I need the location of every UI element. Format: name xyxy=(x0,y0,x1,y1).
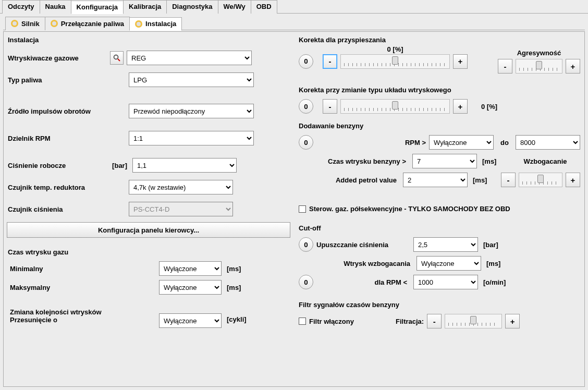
fuel-type-select[interactable]: LPG xyxy=(129,72,254,87)
label-gas-max: Maksymalny xyxy=(10,284,156,291)
accel-reset-button[interactable]: 0 xyxy=(299,54,313,69)
unit-ms: [ms] xyxy=(484,260,511,267)
magnifier-icon xyxy=(113,54,120,62)
injsys-reset-button[interactable]: 0 xyxy=(299,99,313,114)
tabs-main: Odczyty Nauka Konfiguracja Kalibracja Di… xyxy=(0,0,588,14)
injsys-plus-button[interactable]: + xyxy=(453,99,468,114)
cutoff-reset1-button[interactable]: 0 xyxy=(299,237,313,252)
label-to: do xyxy=(497,139,512,147)
unit-bar: [bar] xyxy=(102,162,129,169)
label-filtration: Filtracja: xyxy=(396,318,424,325)
label-rpm-gt: RPM > xyxy=(405,139,426,147)
svg-line-1 xyxy=(118,59,120,61)
label-pressure-sensor: Czujnik ciśnienia xyxy=(8,205,126,213)
section-gas-time: Czas wtrysku gazu xyxy=(8,247,289,259)
label-temp-sensor: Czujnik temp. reduktora xyxy=(8,184,126,191)
rpm-gt-select[interactable]: Wyłączone xyxy=(429,135,494,150)
enrich-slider[interactable] xyxy=(519,173,562,187)
unit-ms: [ms] xyxy=(225,284,252,291)
unit-bar: [bar] xyxy=(481,241,508,249)
injsys-minus-button[interactable]: - xyxy=(323,99,337,114)
accel-minus-button[interactable]: - xyxy=(323,54,337,69)
rpm-div-select[interactable]: 1:1 xyxy=(129,131,254,145)
label-cutoff-rpm: dla RPM < xyxy=(316,278,410,286)
injectors-select[interactable]: REG xyxy=(127,51,252,65)
label-rpm-div: Dzielnik RPM xyxy=(8,135,126,142)
tab-diagnostyka[interactable]: Diagnostyka xyxy=(166,0,218,14)
label-filter-on: Filtr włączony xyxy=(309,318,393,325)
addfuel-reset-button[interactable]: 0 xyxy=(299,135,313,150)
search-injectors-button[interactable] xyxy=(110,51,124,65)
label-enrich: Wzbogacanie xyxy=(510,157,580,165)
temp-sensor-select[interactable]: 4,7k (w zestawie) xyxy=(129,180,233,194)
aggr-plus-button[interactable]: + xyxy=(566,59,580,74)
added-petrol-select[interactable]: 2 xyxy=(403,173,468,187)
tab-nauka[interactable]: Nauka xyxy=(40,0,71,14)
petrol-time-select[interactable]: 7 xyxy=(412,154,477,168)
gear-icon xyxy=(135,20,142,28)
unit-omin: [o/min] xyxy=(481,278,518,286)
label-added-petrol: Added petrol value xyxy=(299,176,400,184)
left-column: Instalacja Wtryskiwacze gazowe REG Typ p… xyxy=(6,35,291,386)
injsys-value: 0 [%] xyxy=(481,103,497,111)
seq-shift-select[interactable]: Wyłączone xyxy=(159,313,222,328)
label-petrol-time: Czas wtrysku benzyny > xyxy=(299,157,409,165)
driver-panel-config-button[interactable]: Konfiguracja panelu kierowcy... xyxy=(7,222,290,238)
cutoff-drop-select[interactable]: 2,5 xyxy=(413,237,478,252)
label-seq-shift: Przesunięcie o xyxy=(10,316,156,324)
subtab-instalacja[interactable]: Instalacja xyxy=(129,17,182,31)
label-rpm-source: Źródło impulsów obrotów xyxy=(8,107,126,115)
filter-plus-button[interactable]: + xyxy=(505,314,520,328)
label-injectors: Wtryskiwacze gazowe xyxy=(8,54,107,62)
rpm-to-select[interactable]: 8000 xyxy=(516,135,580,150)
label-fuel-type: Typ paliwa xyxy=(8,76,126,84)
section-instalacja: Instalacja xyxy=(6,35,291,47)
section-addfuel: Dodawanie benzyny xyxy=(297,121,582,133)
unit-ms: [ms] xyxy=(225,265,252,273)
gas-min-select[interactable]: Wyłączone xyxy=(159,261,222,276)
subtab-silnik[interactable]: Silnik xyxy=(5,17,45,30)
subtab-przelaczanie[interactable]: Przełączanie paliwa xyxy=(45,17,130,30)
label-pressure: Ciśnienie robocze xyxy=(8,162,99,169)
label-semiseq: Sterow. gaz. półsekwencyjne - TYLKO SAMO… xyxy=(309,205,510,213)
gear-icon xyxy=(11,20,18,27)
unit-ms: [ms] xyxy=(480,157,507,165)
tab-konfiguracja[interactable]: Konfiguracja xyxy=(71,1,124,14)
label-cutoff-enrich: Wtrysk wzbogacania xyxy=(320,260,413,267)
tab-obd[interactable]: OBD xyxy=(251,0,277,14)
injsys-slider[interactable] xyxy=(340,99,450,114)
cutoff-enrich-select[interactable]: Wyłączone xyxy=(416,256,481,271)
tab-wewy[interactable]: We/Wy xyxy=(218,0,251,14)
enrich-minus-button[interactable]: - xyxy=(501,173,516,187)
unit-ms: [ms] xyxy=(471,176,498,184)
filter-checkbox[interactable] xyxy=(299,318,306,325)
config-panel: Instalacja Wtryskiwacze gazowe REG Typ p… xyxy=(3,31,585,387)
accel-plus-button[interactable]: + xyxy=(453,54,468,69)
pressure-select[interactable]: 1,1 xyxy=(132,158,237,173)
aggr-slider[interactable] xyxy=(516,59,562,74)
label-cutoff-drop: Upuszczanie ciśnienia xyxy=(316,241,410,249)
right-column: Korekta dla przyspieszania 0 - 0 [%] + A… xyxy=(297,35,582,386)
filter-minus-button[interactable]: - xyxy=(427,314,442,328)
svg-point-0 xyxy=(114,55,118,59)
rpm-source-select[interactable]: Przewód niepodłączony xyxy=(129,104,254,118)
unit-cycles: [cykli] xyxy=(225,315,252,323)
section-filter: Filtr sygnałów czasów benzyny xyxy=(297,300,582,312)
accel-slider[interactable]: 0 [%] xyxy=(340,54,450,69)
tab-kalibracja[interactable]: Kalibracja xyxy=(123,0,167,14)
cutoff-rpm-select[interactable]: 1000 xyxy=(413,275,478,289)
aggr-minus-button[interactable]: - xyxy=(498,59,512,74)
accel-value: 0 [%] xyxy=(341,45,449,53)
semiseq-checkbox[interactable] xyxy=(299,205,306,213)
label-aggr: Agresywność xyxy=(498,49,580,57)
label-gas-min: Minimalny xyxy=(10,265,156,273)
enrich-plus-button[interactable]: + xyxy=(566,173,580,187)
pressure-sensor-select: PS-CCT4-D xyxy=(129,202,233,216)
tabs-sub: Silnik Przełączanie paliwa Instalacja xyxy=(0,17,588,30)
label-seq-change: Zmiana kolejności wtrysków xyxy=(10,308,156,316)
tab-odczyty[interactable]: Odczyty xyxy=(2,0,40,14)
cutoff-reset2-button[interactable]: 0 xyxy=(299,275,313,289)
section-injsys: Korekta przy zmianie typu układu wtrysko… xyxy=(297,85,582,97)
filter-slider[interactable] xyxy=(445,314,502,328)
gas-max-select[interactable]: Wyłączone xyxy=(159,280,222,295)
